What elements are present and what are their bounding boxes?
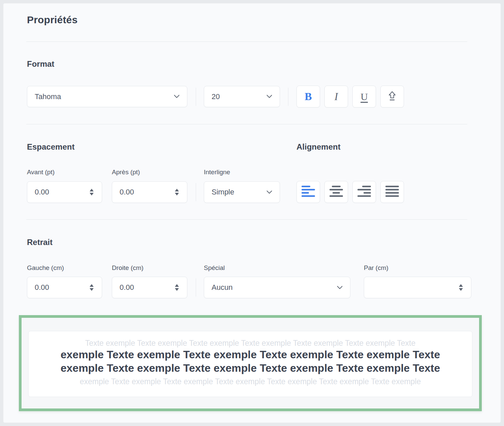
text-preview-card: Texte exemple Texte exemple Texte exempl… [28,331,472,397]
preview-text-before: Texte exemple Texte exemple Texte exempl… [29,338,472,348]
droite-label: Droite (cm) [112,264,144,272]
number-stepper-icon[interactable] [458,283,464,292]
align-right-button[interactable] [352,181,376,203]
espacement-section-heading: Espacement [27,142,74,152]
divider-vertical [288,88,288,106]
align-left-button[interactable] [296,181,320,203]
apres-label: Après (pt) [112,169,140,176]
divider [26,41,467,42]
apres-value: 0.00 [112,188,174,196]
number-stepper-icon[interactable] [174,188,180,196]
chevron-down-icon [266,95,272,98]
font-family-select[interactable]: Tahoma [27,86,187,107]
uppercase-button[interactable] [380,86,404,108]
interligne-select[interactable]: Simple [204,181,280,203]
special-label: Spécial [204,264,225,272]
par-stepper[interactable] [364,277,471,298]
preview-selected-line-2: exemple Texte exemple Texte exemple Text… [29,361,472,375]
alignement-section-heading: Alignement [296,142,341,152]
gauche-value: 0.00 [27,283,89,292]
apres-stepper[interactable]: 0.00 [112,181,187,203]
preview-selected-line-1: exemple Texte exemple Texte exemple Text… [29,348,472,361]
divider [26,124,467,124]
divider-vertical [196,183,196,201]
interligne-value: Simple [204,188,266,196]
underline-button[interactable]: U [352,86,376,108]
par-label: Par (cm) [364,264,388,272]
font-size-value: 20 [204,92,266,101]
retrait-section-heading: Retrait [27,238,53,247]
chevron-down-icon [266,190,272,194]
number-stepper-icon[interactable] [89,188,94,196]
font-size-select[interactable]: 20 [204,86,280,107]
avant-label: Avant (pt) [27,169,55,176]
avant-stepper[interactable]: 0.00 [27,181,102,203]
bold-button[interactable]: B [296,86,320,108]
preview-highlight-frame: Texte exemple Texte exemple Texte exempl… [19,315,482,411]
chevron-down-icon [337,286,343,290]
gauche-label: Gauche (cm) [27,264,64,272]
number-stepper-icon[interactable] [174,283,180,292]
bold-icon: B [305,90,312,103]
align-center-button[interactable] [324,181,348,203]
divider-vertical [196,88,196,106]
interligne-label: Interligne [204,169,230,176]
align-right-icon [357,185,372,199]
align-justify-icon [385,185,400,199]
droite-stepper[interactable]: 0.00 [112,277,187,298]
align-justify-button[interactable] [380,181,404,203]
divider [26,219,467,220]
align-center-icon [329,185,344,199]
droite-value: 0.00 [112,283,174,292]
avant-value: 0.00 [27,188,89,196]
italic-button[interactable]: I [324,86,348,108]
gauche-stepper[interactable]: 0.00 [27,277,102,298]
properties-dialog: Propriétés Format Tahoma 20 B I U [0,0,504,426]
uppercase-arrow-icon [387,91,397,102]
chevron-down-icon [174,95,180,98]
italic-icon: I [335,91,338,103]
divider-vertical [196,278,196,297]
page-title: Propriétés [27,14,77,26]
special-value: Aucun [204,283,337,292]
number-stepper-icon[interactable] [89,283,94,292]
properties-panel: Propriétés Format Tahoma 20 B I U [3,3,501,423]
format-section-heading: Format [27,59,54,69]
special-select[interactable]: Aucun [204,277,350,298]
underline-icon: U [360,91,368,102]
preview-text-after: exemple Texte exemple Texte exemple Text… [29,377,472,386]
font-family-value: Tahoma [27,92,174,101]
align-left-icon [301,185,316,199]
